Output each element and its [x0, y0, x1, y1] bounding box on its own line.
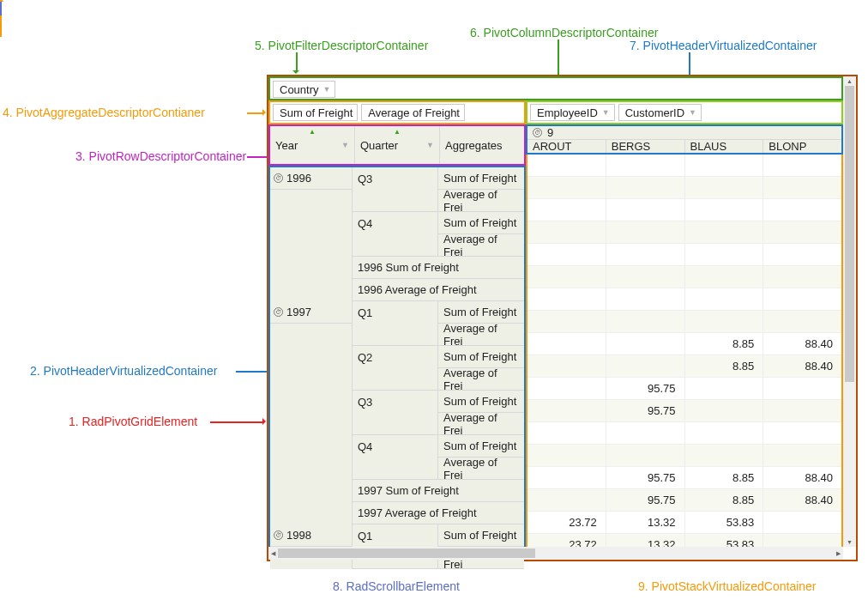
year-label: 1997 [286, 306, 311, 318]
column-group-label: 9 [547, 126, 553, 139]
quarter-cell[interactable] [353, 413, 438, 435]
filter-icon[interactable]: ▼ [341, 141, 349, 149]
chip-label: Country [280, 83, 319, 96]
year-cell[interactable]: ⏱1997 [270, 301, 353, 324]
scroll-thumb[interactable] [278, 548, 535, 558]
aggregate-cell: Sum of Freight [438, 301, 524, 324]
data-cell [763, 288, 841, 311]
col-header[interactable]: AROUT [527, 140, 606, 153]
col-header[interactable]: BLAUS [685, 140, 764, 153]
rad-scrollbar-element[interactable]: ◀ ▶ [268, 547, 843, 560]
year-cell[interactable] [270, 435, 353, 458]
aggregate-cell: Sum of Freight [438, 435, 524, 458]
data-cell [606, 333, 685, 355]
quarter-cell[interactable] [353, 190, 438, 212]
data-row [527, 244, 841, 266]
quarter-cell[interactable]: Q4 [353, 212, 438, 234]
quarter-cell[interactable]: Q3 [353, 391, 438, 413]
filter-icon[interactable]: ▼ [689, 108, 696, 117]
quarter-cell[interactable]: Q3 [353, 167, 438, 190]
filter-icon[interactable]: ▼ [426, 141, 434, 149]
chip-customerid[interactable]: CustomerID ▼ [618, 104, 702, 121]
quarter-cell[interactable]: Q1 [353, 301, 438, 324]
year-cell[interactable] [270, 458, 353, 480]
chip-sum-freight[interactable]: Sum of Freight [273, 104, 358, 121]
data-cell [527, 355, 606, 378]
year-cell[interactable] [270, 346, 353, 368]
rad-pivot-grid-element: Country ▼ Sum of Freight Average of Frei… [267, 75, 858, 561]
row-header-label: Aggregates [445, 139, 503, 152]
year-cell[interactable] [270, 413, 353, 435]
data-cell [763, 422, 841, 445]
expander-icon[interactable]: ⏱ [274, 173, 283, 183]
aggregate-cell: Average of Frei [438, 368, 524, 391]
data-cell [606, 445, 685, 467]
year-cell[interactable] [270, 234, 353, 257]
data-cell [685, 378, 764, 400]
data-cell [527, 422, 606, 445]
data-cell [606, 288, 685, 311]
scroll-down-button[interactable]: ▼ [843, 537, 856, 547]
year-cell[interactable] [270, 190, 353, 212]
data-row: 95.75 [527, 400, 841, 422]
scroll-up-button[interactable]: ▲ [843, 76, 856, 86]
quarter-cell[interactable] [353, 234, 438, 257]
data-cell [527, 199, 606, 221]
arrow-9 [0, 15, 2, 37]
row-header-year[interactable]: ▲ Year ▼ [270, 126, 355, 164]
data-cell [527, 378, 606, 400]
data-cell [685, 400, 764, 422]
aggregate-cell: Sum of Freight [438, 346, 524, 368]
chip-label: Average of Freight [368, 106, 460, 119]
data-cell: 8.85 [685, 355, 764, 378]
year-cell[interactable] [270, 391, 353, 413]
year-cell [270, 480, 353, 502]
data-cell [606, 311, 685, 333]
data-cell: 95.75 [606, 467, 685, 489]
data-cell [685, 266, 764, 288]
year-cell[interactable]: ⏱1998 [270, 524, 353, 547]
col-header[interactable]: BERGS [606, 140, 685, 153]
year-label: 1996 [286, 172, 311, 185]
quarter-cell[interactable]: Q1 [353, 524, 438, 547]
year-cell[interactable] [270, 368, 353, 391]
data-row: 23.7213.3253.83 [527, 512, 841, 534]
data-row [527, 177, 841, 199]
aggregate-cell: Average of Frei [438, 413, 524, 435]
filter-icon[interactable]: ▼ [323, 85, 331, 94]
chip-avg-freight[interactable]: Average of Freight [361, 104, 465, 121]
pivot-header-virtualized-container-cols: ⏱ 9 AROUT BERGS BLAUS BLONP [526, 124, 843, 155]
filter-icon[interactable]: ▼ [602, 108, 610, 117]
quarter-cell[interactable] [353, 324, 438, 346]
scroll-left-button[interactable]: ◀ [268, 547, 278, 560]
data-row [527, 221, 841, 244]
data-cell [527, 333, 606, 355]
chip-employeeid[interactable]: EmployeeID ▼ [530, 104, 615, 121]
expander-icon[interactable]: ⏱ [274, 530, 283, 540]
scroll-right-button[interactable]: ▶ [834, 547, 843, 560]
data-cell [527, 177, 606, 199]
data-cell [527, 221, 606, 244]
chip-country[interactable]: Country ▼ [273, 81, 335, 98]
expander-icon[interactable]: ⏱ [274, 307, 283, 317]
quarter-cell[interactable] [353, 458, 438, 480]
quarter-cell[interactable] [353, 368, 438, 391]
arrow-1 [210, 421, 264, 423]
data-cell: 13.32 [606, 512, 685, 534]
year-cell[interactable] [270, 212, 353, 234]
data-cell [606, 199, 685, 221]
expander-icon[interactable]: ⏱ [533, 128, 542, 137]
vertical-scrollbar[interactable]: ▲ ▼ [843, 76, 856, 547]
label-8: 8. RadScrollbarElement [333, 579, 460, 593]
year-cell[interactable]: ⏱1996 [270, 167, 353, 190]
pivot-header-virtualized-container-rows: ⏱1996Q3Sum of FreightAverage of FreiQ4Su… [268, 166, 526, 547]
data-cell [606, 422, 685, 445]
quarter-cell[interactable]: Q4 [353, 435, 438, 458]
year-cell[interactable] [270, 324, 353, 346]
col-header[interactable]: BLONP [763, 140, 841, 153]
scroll-thumb[interactable] [845, 86, 854, 382]
aggregate-cell: Average of Frei [438, 234, 524, 257]
row-header-quarter[interactable]: ▲ Quarter ▼ [355, 126, 440, 164]
row-header-aggregates[interactable]: Aggregates [440, 126, 524, 164]
quarter-cell[interactable]: Q2 [353, 346, 438, 368]
